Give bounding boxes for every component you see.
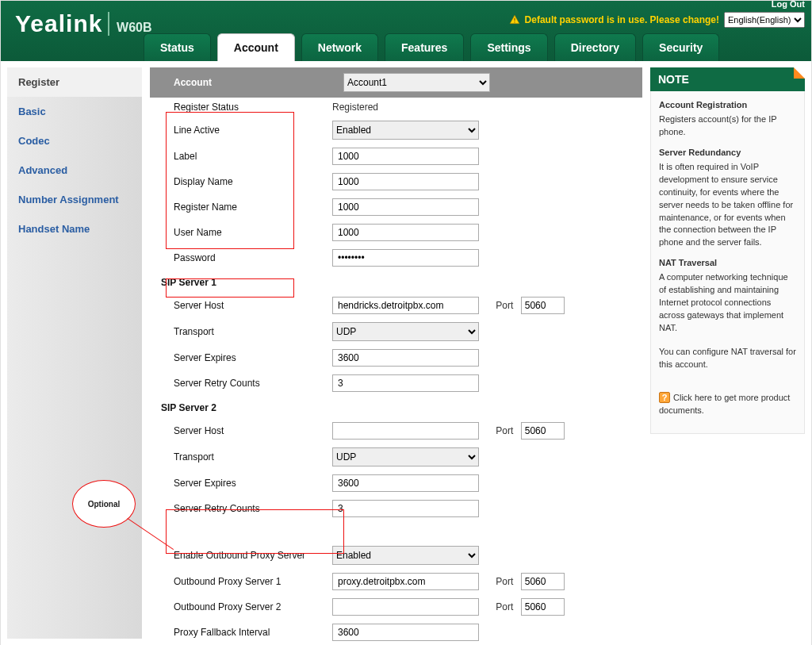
sip-server-1-title: SIP Server 1	[150, 271, 642, 293]
sip1-port-label: Port	[496, 300, 513, 311]
outbound-server2-port-label: Port	[496, 601, 513, 612]
note-h2: Server Redundancy	[659, 147, 796, 159]
note-p1: Registers account(s) for the IP phone.	[659, 113, 796, 139]
sip2-retry-input[interactable]	[332, 500, 479, 517]
label-label: Label	[150, 144, 332, 169]
register-name-label: Register Name	[150, 194, 332, 220]
line-active-select[interactable]: Enabled	[332, 121, 479, 140]
enable-outbound-select[interactable]: Enabled	[332, 546, 479, 565]
note-title: NOTE	[650, 67, 805, 91]
user-name-input[interactable]	[332, 224, 479, 241]
tab-features[interactable]: Features	[385, 33, 464, 61]
logout-link[interactable]: Log Out	[772, 0, 805, 9]
nav-advanced[interactable]: Advanced	[7, 155, 142, 185]
nav-handset-name[interactable]: Handset Name	[7, 214, 142, 244]
outbound-server1-label: Outbound Proxy Server 1	[150, 569, 332, 594]
tab-directory[interactable]: Directory	[554, 33, 636, 61]
sip2-retry-label: Server Retry Counts	[150, 496, 332, 521]
header: Yealink W60B Log Out Default password is…	[1, 1, 811, 61]
display-name-input[interactable]	[332, 173, 479, 190]
register-status-value: Registered	[332, 98, 642, 117]
tab-network[interactable]: Network	[301, 33, 378, 61]
enable-outbound-label: Enable Outbound Proxy Server	[150, 542, 332, 569]
tab-security[interactable]: Security	[642, 33, 719, 61]
account-section-label: Account	[150, 67, 332, 98]
sip-server-2-title: SIP Server 2	[150, 396, 642, 418]
register-status-label: Register Status	[150, 98, 332, 117]
logo: Yealink W60B	[15, 10, 152, 37]
outbound-server2-label: Outbound Proxy Server 2	[150, 594, 332, 620]
sip1-server-host-input[interactable]	[332, 297, 479, 314]
sip1-expires-input[interactable]	[332, 349, 479, 367]
label-input[interactable]	[332, 148, 479, 165]
note-title-text: NOTE	[658, 73, 689, 86]
warning-text: Default password is in use. Please chang…	[525, 14, 719, 25]
language-select[interactable]: English(English)	[724, 12, 805, 28]
sip1-expires-label: Server Expires	[150, 345, 332, 370]
form-area: Optional Account Account1 Register Statu…	[142, 67, 642, 645]
note-more-docs[interactable]: ?Click here to get more product document…	[659, 392, 796, 417]
tab-status[interactable]: Status	[144, 33, 211, 61]
note-body: Account Registration Registers account(s…	[650, 91, 805, 434]
proxy-fallback-input[interactable]	[332, 624, 479, 641]
nav-register[interactable]: Register	[7, 67, 142, 97]
note-p3: A computer networking technique of estab…	[659, 271, 796, 335]
svg-rect-1	[514, 21, 515, 22]
sip2-transport-select[interactable]: UDP	[332, 447, 479, 466]
help-icon: ?	[659, 392, 670, 403]
outbound-server2-input[interactable]	[332, 598, 479, 616]
note-h1: Account Registration	[659, 99, 796, 112]
main-tabs: Status Account Network Features Settings…	[144, 33, 719, 61]
display-name-label: Display Name	[150, 169, 332, 194]
outbound-server1-port-label: Port	[496, 576, 513, 587]
sip1-port-input[interactable]	[521, 297, 565, 314]
warning-icon	[509, 14, 520, 25]
outbound-server1-port-input[interactable]	[521, 573, 565, 590]
note-fold-icon	[794, 67, 805, 79]
sip2-expires-label: Server Expires	[150, 470, 332, 496]
nav-codec[interactable]: Codec	[7, 126, 142, 155]
note-p2: It is often required in VoIP development…	[659, 161, 796, 250]
tab-settings[interactable]: Settings	[470, 33, 547, 61]
outbound-server2-port-input[interactable]	[521, 598, 565, 616]
line-active-label: Line Active	[150, 117, 332, 144]
sip1-retry-label: Server Retry Counts	[150, 370, 332, 396]
note-p4: You can configure NAT traversal for this…	[659, 346, 796, 371]
sip2-transport-label: Transport	[150, 443, 332, 470]
sip2-expires-input[interactable]	[332, 474, 479, 492]
nav-basic[interactable]: Basic	[7, 97, 142, 126]
sip1-retry-input[interactable]	[332, 374, 479, 392]
sip1-transport-label: Transport	[150, 318, 332, 345]
brand-name: Yealink	[15, 10, 102, 37]
note-more-text: Click here to get more product documents…	[659, 393, 790, 415]
outbound-server1-input[interactable]	[332, 573, 479, 590]
tab-account[interactable]: Account	[217, 33, 295, 61]
proxy-fallback-label: Proxy Fallback Interval	[150, 620, 332, 645]
password-warning: Default password is in use. Please chang…	[509, 12, 805, 28]
sip2-server-host-label: Server Host	[150, 418, 332, 443]
user-name-label: User Name	[150, 220, 332, 245]
register-name-input[interactable]	[332, 198, 479, 216]
left-nav: Register Basic Codec Advanced Number Ass…	[7, 67, 142, 639]
logo-separator	[108, 12, 109, 36]
model-name: W60B	[117, 21, 151, 34]
note-h3: NAT Traversal	[659, 257, 796, 270]
password-input[interactable]	[332, 249, 479, 267]
sip2-port-input[interactable]	[521, 422, 565, 440]
sip2-server-host-input[interactable]	[332, 422, 479, 440]
svg-rect-0	[514, 18, 515, 21]
sip2-port-label: Port	[496, 425, 513, 436]
sip1-server-host-label: Server Host	[150, 293, 332, 318]
sip1-transport-select[interactable]: UDP	[332, 322, 479, 341]
note-panel: NOTE Account Registration Registers acco…	[650, 67, 805, 434]
account-select[interactable]: Account1	[343, 73, 490, 92]
nav-number-assignment[interactable]: Number Assignment	[7, 185, 142, 214]
password-label: Password	[150, 245, 332, 271]
